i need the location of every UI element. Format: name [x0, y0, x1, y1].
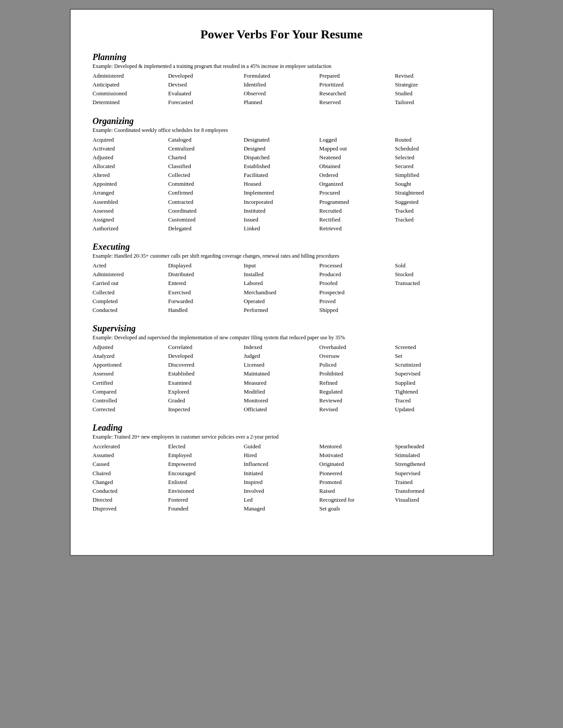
word-item: Observed	[244, 89, 319, 98]
word-item: Designated	[244, 135, 319, 144]
word-item: Collected	[93, 288, 168, 297]
word-item: Formulated	[244, 71, 319, 80]
word-item: Refined	[319, 379, 395, 387]
word-item: Labored	[244, 279, 319, 288]
word-item: Reserved	[319, 98, 395, 107]
word-item: Discovered	[168, 360, 244, 369]
word-item: Screened	[395, 343, 470, 352]
word-item: Inspected	[168, 405, 244, 414]
word-item: Visualized	[395, 495, 470, 504]
word-item: Inspired	[244, 478, 319, 487]
word-item: Incorporated	[244, 198, 319, 206]
word-item: Licensed	[244, 360, 319, 369]
word-item: Examined	[168, 379, 244, 387]
word-item: Organized	[319, 180, 395, 188]
word-item: Tracked	[395, 206, 470, 215]
word-item: Dispatched	[244, 153, 319, 162]
word-item: Coordinated	[168, 206, 244, 215]
section-title-organizing: Organizing	[93, 116, 471, 126]
word-item: Proofed	[319, 279, 395, 288]
word-grid-organizing: AcquiredCatalogedDesignatedLoggedRoutedA…	[93, 135, 471, 233]
word-item: Strategize	[395, 80, 470, 89]
word-item	[395, 504, 470, 513]
word-item: Routed	[395, 135, 470, 144]
word-item: Merchandised	[244, 288, 319, 297]
word-item: Retrieved	[319, 224, 395, 233]
word-item: Produced	[319, 270, 395, 279]
word-item: Managed	[244, 504, 319, 513]
word-item: Recognized for	[319, 495, 395, 504]
word-item: Confirmed	[168, 188, 244, 197]
word-item: Initiated	[244, 469, 319, 478]
word-item: Revised	[395, 71, 470, 80]
word-item: Analyzed	[93, 352, 168, 360]
word-item: Procured	[319, 188, 395, 197]
word-item: Adjusted	[93, 153, 168, 162]
word-item: Reviewed	[319, 396, 395, 405]
word-item: Encouraged	[168, 469, 244, 478]
word-item: Involved	[244, 487, 319, 495]
word-item: Assigned	[93, 215, 168, 224]
word-item: Trained	[395, 478, 470, 487]
word-item: Certified	[93, 379, 168, 387]
word-item: Ordered	[319, 171, 395, 180]
section-title-planning: Planning	[93, 52, 471, 62]
word-item: Established	[168, 369, 244, 378]
word-item: Prohibited	[319, 369, 395, 378]
word-item: Controlled	[93, 396, 168, 405]
word-item: Prepared	[319, 71, 395, 80]
word-item: Hired	[244, 451, 319, 460]
word-item: Scheduled	[395, 144, 470, 153]
word-item: Disproved	[93, 504, 168, 513]
section-title-supervising: Supervising	[93, 323, 471, 334]
word-item: Indexed	[244, 343, 319, 352]
word-item: Officiated	[244, 405, 319, 414]
word-item: Set goals	[319, 504, 395, 513]
word-item: Input	[244, 261, 319, 270]
section-planning: PlanningExample: Developed & implemented…	[93, 52, 471, 107]
word-item: Established	[244, 162, 319, 171]
word-item: Handled	[168, 306, 244, 315]
section-supervising: SupervisingExample: Developed and superv…	[93, 323, 471, 414]
word-item: Adjusted	[93, 343, 168, 352]
word-item: Straightened	[395, 188, 470, 197]
word-item: Selected	[395, 153, 470, 162]
word-item: Corrected	[93, 405, 168, 414]
section-example-supervising: Example: Developed and supervised the im…	[93, 334, 471, 341]
word-item: Neatened	[319, 153, 395, 162]
word-item: Acquired	[93, 135, 168, 144]
word-item: Housed	[244, 180, 319, 188]
section-organizing: OrganizingExample: Coordinated weekly of…	[93, 116, 471, 233]
word-grid-executing: ActedDisplayedInputProcessedSoldAdminist…	[93, 261, 471, 315]
word-item: Apportioned	[93, 360, 168, 369]
word-item: Instituted	[244, 206, 319, 215]
word-item: Assembled	[93, 198, 168, 206]
word-item: Studied	[395, 89, 470, 98]
word-item: Completed	[93, 297, 168, 306]
word-item: Modified	[244, 387, 319, 396]
word-item: Appointed	[93, 180, 168, 188]
word-item: Sold	[395, 261, 470, 270]
word-item	[395, 297, 470, 306]
word-item: Traced	[395, 396, 470, 405]
word-item: Overhauled	[319, 343, 395, 352]
word-item: Processed	[319, 261, 395, 270]
word-item: Administered	[93, 270, 168, 279]
word-item: Guided	[244, 442, 319, 451]
word-item: Activated	[93, 144, 168, 153]
word-item: Distributed	[168, 270, 244, 279]
word-item: Displayed	[168, 261, 244, 270]
word-item: Founded	[168, 504, 244, 513]
word-item: Transformed	[395, 487, 470, 495]
word-item: Assumed	[93, 451, 168, 460]
word-item: Prospected	[319, 288, 395, 297]
section-example-executing: Example: Handled 20-35+ customer calls p…	[93, 253, 471, 259]
word-item: Stocked	[395, 270, 470, 279]
word-item: Led	[244, 495, 319, 504]
word-item: Caused	[93, 460, 168, 469]
word-item: Stimulated	[395, 451, 470, 460]
word-item: Acted	[93, 261, 168, 270]
page: Power Verbs For Your Resume PlanningExam…	[70, 9, 494, 556]
word-item: Influenced	[244, 460, 319, 469]
word-item: Sought	[395, 180, 470, 188]
